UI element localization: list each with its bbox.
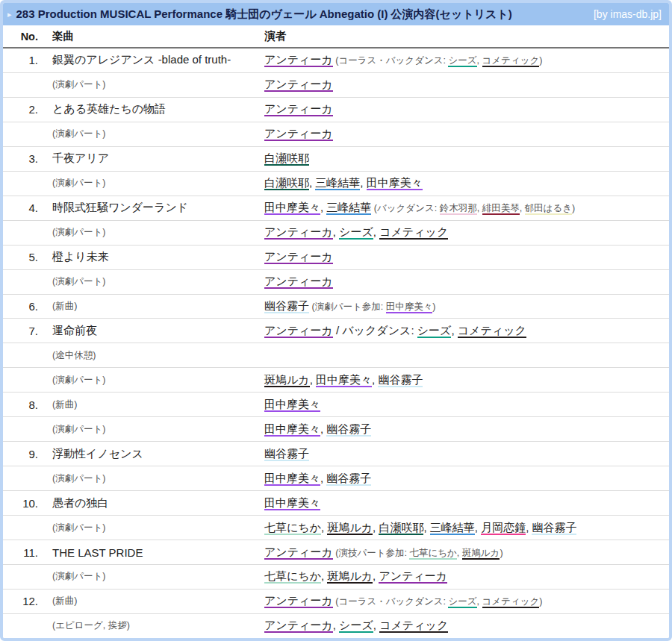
table-row: (演劇パート)アンティーカ [3, 73, 669, 98]
performer-link[interactable]: 白瀬咲耶 [264, 176, 309, 190]
performer-link[interactable]: 三峰結華 [430, 521, 475, 535]
performer-link[interactable]: シーズ [448, 596, 476, 608]
performer-link[interactable]: 斑鳩ルカ [327, 521, 373, 535]
performer-link[interactable]: 七草にちか [264, 521, 321, 535]
song-sub-label: (演劇パート) [45, 472, 257, 485]
performer-text: ) [500, 548, 503, 558]
performer-link[interactable]: アンティーカ [264, 102, 333, 116]
performer-link[interactable]: 田中摩美々 [264, 201, 320, 215]
performer-text: , [423, 521, 429, 534]
performer-link[interactable]: アンティーカ [264, 545, 333, 560]
performer-link[interactable]: アンティーカ [264, 619, 333, 633]
performer-link[interactable]: シーズ [339, 225, 373, 240]
performer-link[interactable]: アンティーカ [379, 569, 447, 584]
table-row: 10.愚者の独白田中摩美々 [3, 491, 669, 516]
performer-link[interactable]: コメティック [482, 596, 540, 608]
performer-text: ) [539, 55, 542, 66]
performer-text: , [333, 225, 339, 238]
performer-link[interactable]: 田中摩美々 [264, 398, 320, 412]
performer-link[interactable]: コメティック [379, 619, 448, 633]
performer-link[interactable]: 月岡恋鐘 [481, 521, 526, 535]
performer-link[interactable]: 田中摩美々 [264, 472, 320, 486]
row-number: 12. [3, 595, 45, 607]
performer-cell: アンティーカ, シーズ, コメティック [257, 225, 669, 240]
performer-link[interactable]: アンティーカ [264, 250, 333, 264]
performer-link[interactable]: 斑鳩ルカ [327, 569, 373, 584]
performer-link[interactable]: 幽谷霧子 [264, 299, 309, 313]
performer-link[interactable]: 七草にちか [264, 569, 321, 584]
performer-cell: アンティーカ, シーズ, コメティック [257, 619, 669, 633]
performer-cell: 田中摩美々 [257, 398, 669, 412]
performer-link[interactable]: 幽谷霧子 [264, 447, 309, 461]
performer-link[interactable]: 田中摩美々 [367, 176, 423, 190]
performer-link[interactable]: アンティーカ [264, 594, 333, 608]
song-sub-label: (演劇パート) [45, 570, 257, 583]
performer-link[interactable]: 鈴木羽那 [440, 203, 477, 215]
table-row: (途中休憩) [3, 343, 669, 368]
performer-link[interactable]: 三峰結華 [315, 176, 360, 190]
performer-link[interactable]: 幽谷霧子 [326, 422, 371, 437]
performer-cell: アンティーカ [257, 275, 669, 289]
performer-cell: 田中摩美々, 三峰結華 (バックダンス: 鈴木羽那, 緋田美琴, 郁田はるき) [257, 201, 669, 215]
column-header-no: No. [3, 31, 45, 43]
song-sub-label: (演劇パート) [45, 275, 257, 288]
column-header-song: 楽曲 [45, 29, 257, 43]
performer-link[interactable]: 幽谷霧子 [326, 472, 371, 486]
header-bar: ▸ 283 Production MUSICAL Performance 騎士団… [3, 3, 669, 25]
row-number: 8. [3, 398, 45, 411]
performer-link[interactable]: 田中摩美々 [264, 422, 320, 437]
song-sub-label: (演劇パート) [45, 128, 257, 140]
performer-link[interactable]: 三峰結華 [326, 201, 371, 215]
performer-link[interactable]: 緋田美琴 [482, 203, 520, 215]
performer-link[interactable]: 白瀬咲耶 [264, 151, 309, 166]
performer-link[interactable]: 田中摩美々 [316, 373, 372, 387]
setlist-rows: 1.銀翼のアレジアンス -blade of truth-アンティーカ (コーラス… [3, 49, 669, 638]
performer-link[interactable]: コメティック [379, 225, 448, 240]
performer-link[interactable]: 七草にちか [409, 548, 456, 560]
performer-link[interactable]: アンティーカ [264, 53, 333, 67]
column-header-row: No. 楽曲 演者 [3, 25, 669, 49]
performer-link[interactable]: 斑鳩ルカ [462, 548, 500, 560]
table-row: (演劇パート)斑鳩ルカ, 田中摩美々, 幽谷霧子 [3, 368, 669, 393]
column-header-performer: 演者 [257, 29, 669, 43]
performer-link[interactable]: 田中摩美々 [386, 301, 433, 313]
performer-link[interactable]: 幽谷霧子 [532, 521, 576, 535]
song-sub-label: (演劇パート) [45, 374, 257, 387]
performer-text: , [477, 596, 482, 607]
table-row: 4.時限式狂騒ワンダーランド田中摩美々, 三峰結華 (バックダンス: 鈴木羽那,… [3, 196, 669, 221]
song-title: 橙より未来 [45, 250, 257, 264]
performer-text: , [457, 548, 462, 558]
song-title: 浮動性イノセンス [45, 447, 257, 461]
song-sub-label: (演劇パート) [45, 177, 257, 190]
performer-link[interactable]: コメティック [482, 55, 540, 67]
table-row: 8.(新曲)田中摩美々 [3, 393, 669, 417]
performer-link[interactable]: 郁田はるき [525, 203, 572, 215]
performer-link[interactable]: 田中摩美々 [264, 496, 320, 510]
performer-text: , [373, 225, 379, 238]
song-sub-label: (新曲) [45, 595, 257, 607]
performer-link[interactable]: シーズ [448, 55, 476, 67]
performer-link[interactable]: アンティーカ [264, 78, 333, 92]
performer-link[interactable]: アンティーカ [264, 324, 333, 338]
performer-link[interactable]: 幽谷霧子 [378, 373, 423, 387]
row-number: 3. [3, 152, 45, 165]
byline-link[interactable]: [by imas-db.jp] [594, 8, 662, 20]
performer-cell: 田中摩美々 [257, 496, 669, 510]
collapse-arrow-icon[interactable]: ▸ [7, 10, 12, 19]
song-sub-label: (演劇パート) [45, 522, 257, 534]
performer-link[interactable]: 斑鳩ルカ [264, 373, 310, 387]
performer-link[interactable]: シーズ [417, 324, 452, 338]
performer-text: , [310, 373, 316, 386]
performer-link[interactable]: 白瀬咲耶 [379, 521, 423, 535]
performer-link[interactable]: アンティーカ [264, 127, 333, 141]
performer-cell: アンティーカ [257, 127, 669, 141]
performer-link[interactable]: シーズ [339, 619, 373, 633]
table-row: (演劇パート)七草にちか, 斑鳩ルカ, アンティーカ [3, 565, 669, 590]
performer-link[interactable]: アンティーカ [264, 275, 333, 289]
performer-link[interactable]: コメティック [458, 324, 526, 338]
table-row: (演劇パート)七草にちか, 斑鳩ルカ, 白瀬咲耶, 三峰結華, 月岡恋鐘, 幽谷… [3, 516, 669, 540]
performer-text: ) [572, 203, 575, 213]
table-row: (エピローグ, 挨拶)アンティーカ, シーズ, コメティック [3, 614, 669, 638]
performer-link[interactable]: アンティーカ [264, 225, 333, 240]
performer-cell: 斑鳩ルカ, 田中摩美々, 幽谷霧子 [257, 373, 669, 387]
